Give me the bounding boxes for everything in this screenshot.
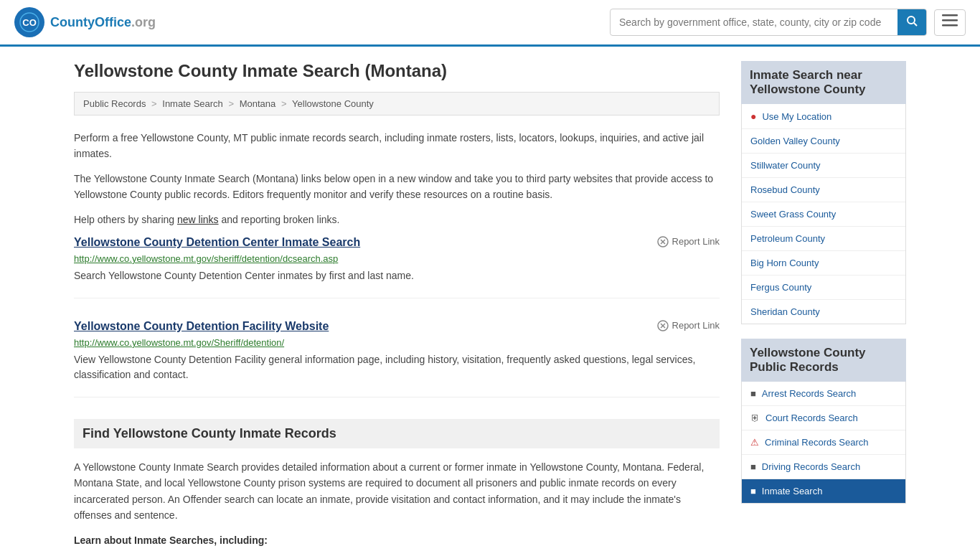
result-2-title[interactable]: Yellowstone County Detention Facility We… (74, 320, 329, 333)
sidebar-item-sweet-grass[interactable]: Sweet Grass County (742, 202, 905, 227)
svg-rect-6 (942, 24, 958, 27)
sidebar: Inmate Search near Yellowstone County ● … (741, 61, 906, 551)
find-section-title: Find Yellowstone County Inmate Records (74, 419, 720, 448)
svg-rect-5 (942, 19, 958, 22)
sidebar-item-stillwater[interactable]: Stillwater County (742, 154, 905, 178)
breadcrumb: Public Records > Inmate Search > Montana… (74, 92, 720, 116)
sidebar-item-label: Stillwater County (750, 160, 821, 171)
learn-title: Learn about Inmate Searches, including: (74, 534, 720, 546)
svg-line-3 (914, 23, 917, 26)
result-2-desc: View Yellowstone County Detention Facili… (74, 352, 720, 382)
court-icon: ⛨ (750, 413, 760, 423)
sidebar-item-label: Petroleum County (750, 233, 825, 244)
sidebar-record-inmate[interactable]: ■ Inmate Search (742, 479, 905, 503)
criminal-icon: ⚠ (750, 437, 759, 448)
sidebar-item-label: Sheridan County (750, 306, 820, 317)
sidebar-record-label: Criminal Records Search (765, 437, 869, 448)
sidebar-item-golden-valley[interactable]: Golden Valley County (742, 129, 905, 154)
intro-para1: Perform a free Yellowstone County, MT pu… (74, 130, 720, 162)
sidebar-item-label: Golden Valley County (750, 136, 840, 146)
site-header: CO CountyOffice.org (0, 0, 980, 47)
sidebar-records-title: Yellowstone County Public Records (741, 339, 906, 382)
content-area: Yellowstone County Inmate Search (Montan… (74, 61, 720, 551)
result-2-report-label: Report Link (672, 320, 720, 331)
sidebar-record-driving[interactable]: ■ Driving Records Search (742, 455, 905, 479)
brand-tld: .org (131, 15, 156, 29)
search-button[interactable] (897, 9, 926, 35)
search-bar (610, 9, 927, 36)
search-input[interactable] (611, 11, 897, 34)
intro-para3: Help others by sharing new links and rep… (74, 212, 720, 227)
page-title: Yellowstone County Inmate Search (Montan… (74, 61, 720, 81)
sidebar-item-label: Use My Location (762, 111, 831, 122)
sidebar-record-label: Court Records Search (765, 413, 858, 423)
menu-button[interactable] (934, 9, 966, 36)
arrest-icon: ■ (750, 388, 756, 399)
sidebar-item-label: Big Horn County (750, 258, 819, 268)
sidebar-item-sheridan[interactable]: Sheridan County (742, 300, 905, 324)
breadcrumb-public-records[interactable]: Public Records (83, 98, 146, 109)
breadcrumb-inmate-search[interactable]: Inmate Search (162, 98, 223, 109)
sidebar-record-criminal[interactable]: ⚠ Criminal Records Search (742, 430, 905, 455)
sidebar-item-rosebud[interactable]: Rosebud County (742, 178, 905, 202)
svg-point-2 (908, 17, 915, 24)
sidebar-nearby-title: Inmate Search near Yellowstone County (741, 61, 906, 104)
sidebar-record-label: Driving Records Search (762, 461, 860, 472)
result-1-report[interactable]: Report Link (657, 236, 720, 248)
sidebar-item-label: Fergus County (750, 282, 811, 293)
new-links-link[interactable]: new links (177, 214, 219, 225)
sidebar-nearby-list: ● Use My Location Golden Valley County S… (741, 104, 906, 324)
breadcrumb-montana[interactable]: Montana (240, 98, 276, 109)
logo-text: CountyOffice.org (50, 15, 156, 30)
sidebar-item-label: Sweet Grass County (750, 209, 836, 220)
sidebar-item-label: Rosebud County (750, 184, 820, 195)
sidebar-item-location[interactable]: ● Use My Location (742, 104, 905, 129)
driving-icon: ■ (750, 461, 756, 472)
sidebar-item-big-horn[interactable]: Big Horn County (742, 251, 905, 276)
result-1-title[interactable]: Yellowstone County Detention Center Inma… (74, 236, 360, 249)
header-controls (610, 9, 966, 36)
sidebar-record-label: Inmate Search (762, 486, 823, 496)
intro-para2: The Yellowstone County Inmate Search (Mo… (74, 171, 720, 203)
result-1: Yellowstone County Detention Center Inma… (74, 236, 720, 298)
result-2-report[interactable]: Report Link (657, 320, 720, 331)
sidebar-item-petroleum[interactable]: Petroleum County (742, 227, 905, 251)
sidebar-record-label: Arrest Records Search (762, 388, 857, 399)
find-section-body: A Yellowstone County Inmate Search provi… (74, 459, 720, 524)
main-container: Yellowstone County Inmate Search (Montan… (60, 47, 920, 551)
logo-icon: CO (14, 7, 44, 37)
sidebar-item-fergus[interactable]: Fergus County (742, 276, 905, 300)
brand-name: CountyOffice (50, 15, 131, 29)
result-1-report-label: Report Link (672, 236, 720, 247)
result-1-desc: Search Yellowstone County Detention Cent… (74, 268, 720, 283)
svg-text:CO: CO (22, 17, 37, 28)
inmate-icon: ■ (750, 486, 756, 496)
svg-rect-4 (942, 14, 958, 17)
logo[interactable]: CO CountyOffice.org (14, 7, 156, 37)
result-2-url[interactable]: http://www.co.yellowstone.mt.gov/Sheriff… (74, 337, 720, 348)
sidebar-records-list: ■ Arrest Records Search ⛨ Court Records … (741, 382, 906, 504)
sidebar-record-arrest[interactable]: ■ Arrest Records Search (742, 382, 905, 406)
result-1-url[interactable]: http://www.co.yellowstone.mt.gov/sheriff… (74, 253, 720, 264)
breadcrumb-yellowstone[interactable]: Yellowstone County (292, 98, 374, 109)
sidebar-record-court[interactable]: ⛨ Court Records Search (742, 406, 905, 430)
result-2: Yellowstone County Detention Facility We… (74, 320, 720, 397)
location-icon: ● (750, 110, 756, 122)
